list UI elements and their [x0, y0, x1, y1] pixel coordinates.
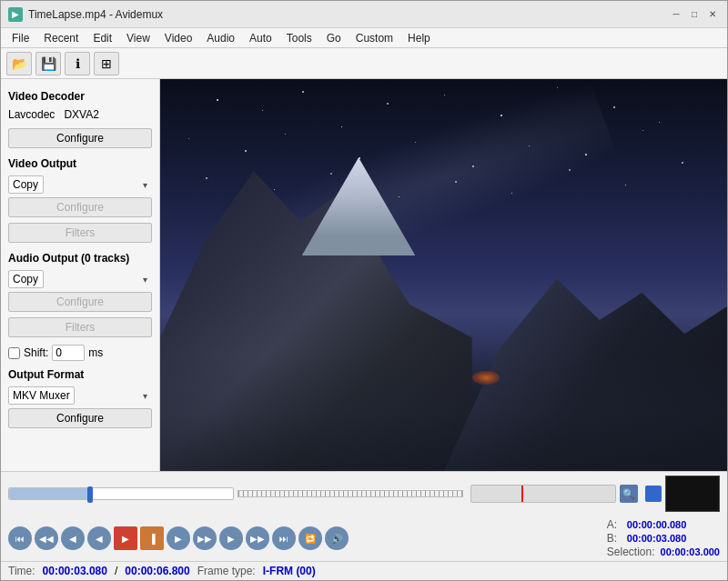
audio-output-dropdown[interactable]: Copy	[8, 270, 44, 288]
segment-button[interactable]: ▐	[140, 526, 164, 550]
rewind2-button[interactable]: ◀	[87, 526, 111, 550]
menu-help[interactable]: Help	[400, 30, 438, 46]
output-format-configure-button[interactable]: Configure	[8, 408, 152, 428]
menu-go[interactable]: Go	[319, 30, 349, 46]
open-button[interactable]: 📂	[6, 52, 32, 75]
mini-preview	[665, 476, 720, 512]
next-frame-button[interactable]: ▶▶	[246, 526, 269, 550]
selection-value: 00:00:03.000	[661, 546, 720, 557]
b-value: 00:00:03.080	[627, 533, 686, 544]
audio-output-configure-button[interactable]: Configure	[8, 292, 152, 312]
duration-separator: /	[115, 565, 117, 577]
time-label: Time:	[8, 565, 35, 577]
menu-file[interactable]: File	[5, 30, 36, 46]
window-title: TimeLapse.mp4 - Avidemux	[28, 8, 163, 21]
b-marker-row: B: 00:00:03.080	[607, 532, 720, 545]
minimize-button[interactable]: ─	[669, 7, 683, 22]
info-button[interactable]: ℹ	[65, 52, 90, 75]
timeline-marker	[87, 486, 93, 503]
shift-checkbox[interactable]	[8, 347, 20, 359]
video-output-title: Video Output	[8, 157, 152, 170]
codec-value: DXVA2	[64, 108, 98, 121]
main-content: Video Decoder Lavcodec DXVA2 Configure V…	[1, 79, 727, 471]
left-panel: Video Decoder Lavcodec DXVA2 Configure V…	[1, 79, 160, 471]
rewind-button[interactable]: ◀	[61, 526, 85, 550]
menu-custom[interactable]: Custom	[349, 30, 400, 46]
title-bar: ▶ TimeLapse.mp4 - Avidemux ─ □ ✕	[1, 1, 727, 28]
a-value: 00:00:00.080	[627, 519, 686, 530]
timeline-filled	[9, 488, 87, 499]
window-controls: ─ □ ✕	[669, 7, 720, 22]
loop-button[interactable]: 🔁	[298, 526, 322, 550]
video-output-dropdown[interactable]: Copy	[8, 175, 44, 194]
menu-auto[interactable]: Auto	[242, 30, 279, 46]
fog-bottom	[160, 354, 727, 471]
menu-video[interactable]: Video	[157, 30, 199, 46]
codec-info-row: Lavcodec DXVA2	[8, 108, 152, 121]
shift-row: Shift: ms	[8, 345, 152, 361]
toolbar: 📂 💾 ℹ ⊞	[1, 48, 727, 79]
main-window: ▶ TimeLapse.mp4 - Avidemux ─ □ ✕ File Re…	[0, 0, 728, 581]
video-output-configure-button[interactable]: Configure	[8, 197, 152, 217]
shift-label: Shift:	[24, 346, 48, 359]
skip-end-button[interactable]: ⏭	[272, 526, 296, 550]
ab-info-section: A: 00:00:00.080 B: 00:00:03.080 Selectio…	[607, 518, 720, 558]
mini-timeline-marker	[521, 486, 523, 502]
video-output-dropdown-wrapper: Copy	[8, 175, 152, 194]
menu-audio[interactable]: Audio	[199, 30, 242, 46]
skip-start-button[interactable]: ⏮	[8, 526, 32, 550]
close-button[interactable]: ✕	[705, 7, 720, 22]
menu-view[interactable]: View	[119, 30, 157, 46]
output-format-dropdown[interactable]: MKV Muxer	[8, 386, 75, 405]
video-frame	[160, 79, 727, 471]
menu-recent[interactable]: Recent	[36, 30, 86, 46]
status-row: Time: 00:00:03.080 / 00:00:06.800 Frame …	[1, 561, 727, 580]
a-label: A:	[607, 518, 622, 531]
menubar: File Recent Edit View Video Audio Auto T…	[1, 28, 727, 48]
mini-timeline[interactable]	[470, 485, 616, 503]
forward2-button[interactable]: ▶	[219, 526, 243, 550]
selection-label: Selection:	[607, 546, 655, 558]
mark-a-button[interactable]: ▶	[114, 526, 137, 550]
selection-row: Selection: 00:00:03.000	[607, 546, 720, 558]
shift-unit: ms	[88, 346, 103, 359]
a-marker-row: A: 00:00:00.080	[607, 518, 720, 531]
frame-type-label: Frame type:	[197, 565, 256, 577]
right-timeline-section: 🔍	[470, 485, 662, 503]
app-icon: ▶	[8, 7, 23, 22]
layout-button[interactable]: ⊞	[94, 52, 119, 75]
prev-frame-button[interactable]: ◀◀	[35, 526, 58, 550]
menu-tools[interactable]: Tools	[279, 30, 319, 46]
maximize-button[interactable]: □	[687, 7, 702, 22]
forward-button[interactable]: ▶▶	[193, 526, 217, 550]
video-decoder-configure-button[interactable]: Configure	[8, 128, 152, 148]
menu-edit[interactable]: Edit	[86, 30, 119, 46]
video-output-filters-button[interactable]: Filters	[8, 223, 152, 243]
video-decoder-title: Video Decoder	[8, 90, 152, 103]
save-button[interactable]: 💾	[35, 52, 61, 75]
audio-output-title: Audio Output (0 tracks)	[8, 252, 152, 265]
shift-value-input[interactable]	[52, 345, 85, 361]
codec-label: Lavcodec	[8, 108, 55, 121]
output-format-dropdown-wrapper: MKV Muxer	[8, 386, 152, 405]
controls-row: ⏮ ◀◀ ◀ ◀ ▶ ▐ ▶ ▶▶ ▶ ▶▶ ⏭ 🔁 🔊 A: 00:00:00…	[1, 516, 727, 561]
bottom-bar: 🔍 ⏮ ◀◀ ◀ ◀ ▶ ▐ ▶ ▶▶ ▶ ▶▶ ⏭ 🔁 🔊 A:	[1, 471, 727, 580]
video-preview-area	[160, 79, 727, 471]
output-format-title: Output Format	[8, 368, 152, 381]
blue-indicator	[645, 486, 662, 502]
time-value: 00:00:03.080	[43, 565, 107, 577]
timeline-area: 🔍	[1, 472, 727, 516]
audio-output-filters-button[interactable]: Filters	[8, 317, 152, 337]
title-bar-left: ▶ TimeLapse.mp4 - Avidemux	[8, 7, 163, 22]
timeline-dots	[238, 490, 463, 497]
frame-type-value: I-FRM (00)	[263, 565, 316, 577]
audio-output-dropdown-wrapper: Copy	[8, 270, 152, 288]
duration-value: 00:00:06.800	[125, 565, 189, 577]
timeline-track[interactable]	[8, 487, 234, 500]
play-button[interactable]: ▶	[167, 526, 190, 550]
b-label: B:	[607, 532, 622, 545]
volume-button[interactable]: 🔊	[325, 526, 349, 550]
zoom-button[interactable]: 🔍	[620, 485, 638, 503]
